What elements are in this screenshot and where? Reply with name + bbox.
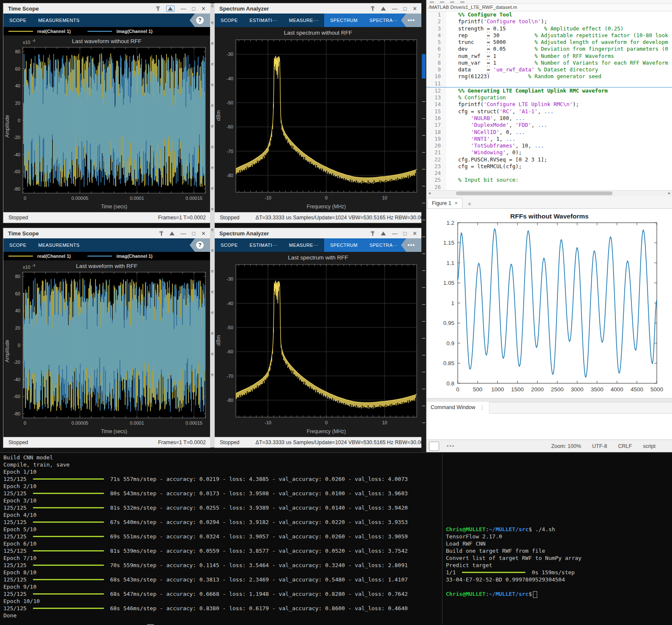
tab-measurements[interactable]: MEASUREMENTS (33, 238, 86, 252)
editor-line[interactable]: 25% Input bit source: (426, 177, 672, 183)
plot-title: Last spectrum with RFF (215, 254, 421, 261)
editor-hscrollbar[interactable]: ◄ ► (426, 190, 672, 197)
tab-spectrum[interactable]: SPECTRUM (324, 238, 363, 252)
prompt-box-icon[interactable] (429, 442, 439, 451)
spectrum-plot-1: Last spectrum without RFF dBm -30-40-50-… (215, 27, 421, 212)
eol-indicator[interactable]: CRLF (618, 443, 632, 449)
maximize-icon[interactable]: □ (403, 6, 407, 11)
close-icon[interactable]: ✕ (201, 231, 206, 236)
help-icon[interactable]: ? (196, 16, 204, 24)
svg-text:20: 20 (15, 325, 20, 330)
hscroll-thumb[interactable] (456, 191, 612, 195)
dock-icon[interactable] (166, 5, 175, 12)
maximize-icon[interactable]: □ (403, 231, 407, 236)
editor-line[interactable]: 22cfg.PUSCH.RVSeq = [0 2 3 1]; (426, 156, 672, 163)
dock-icon[interactable] (381, 7, 386, 11)
legend-swatch-imag (87, 256, 112, 257)
close-icon[interactable]: ✕ (412, 6, 417, 11)
editor-line[interactable]: 14fprintf('Configure LTE Uplink RMC\n'); (426, 101, 672, 108)
terminal-line: Chris@MULLET:~/MULLET/src$ ./4.sh (443, 526, 672, 533)
tab-measurements[interactable]: MEASUREMENTS (33, 14, 86, 27)
minimize-icon[interactable]: — (392, 6, 397, 11)
code-editor[interactable]: 1%% Configure Tool2fprintf('Configure to… (426, 11, 672, 190)
editor-line[interactable]: 3strength = 0.15 % Amplitude effect (0.2… (426, 25, 672, 32)
scroll-left-icon[interactable]: ◄ (426, 191, 432, 196)
side-rail-selection[interactable] (422, 54, 426, 79)
window-titlebar[interactable]: Spectrum Analyzer — □ ✕ (215, 3, 421, 14)
overflow-menu-icon[interactable]: ••• (407, 242, 415, 248)
editor-line[interactable]: 7num_rwf = 1 % Number of RFF Waveforms (426, 53, 672, 60)
tab-scope[interactable]: SCOPE (3, 14, 33, 27)
filetype-indicator[interactable]: script (643, 443, 656, 449)
status-state: Stopped (3, 215, 28, 221)
encoding-indicator[interactable]: UTF-8 (592, 443, 607, 449)
tab-figure-1[interactable]: Figure 1 × (427, 198, 462, 208)
editor-line[interactable]: 24 (426, 170, 672, 177)
svg-text:-20: -20 (14, 135, 20, 140)
scroll-right-icon[interactable]: ► (667, 191, 672, 196)
minimize-icon[interactable]: — (180, 6, 186, 11)
legend-label-imag: imag(Channel 1) (116, 254, 153, 259)
editor-line[interactable]: 1%% Configure Tool (426, 11, 672, 18)
scope-statusbar: Stopped ΔT=33.3333 us Samples/Update=102… (215, 212, 421, 223)
tab-scope[interactable]: SCOPE (3, 238, 33, 252)
editor-line[interactable]: 17 'DuplexMode', 'FDD', ... (426, 122, 672, 128)
window-titlebar[interactable]: Spectrum Analyzer — □ ✕ (215, 228, 421, 238)
pin-icon[interactable] (370, 231, 375, 236)
editor-line[interactable]: 15cfg = struct('RC', 'A1-1', ... (426, 108, 672, 115)
dock-icon[interactable] (169, 232, 175, 235)
tab-measurements[interactable]: MEASURE··· (283, 14, 324, 27)
close-icon[interactable]: ✕ (201, 6, 206, 11)
editor-line[interactable]: 13% Configuration (426, 94, 672, 101)
editor-line[interactable]: 8num_var = 1 % Number of Variants for ea… (426, 60, 672, 66)
editor-line[interactable]: 4rep = 30 % Adjustable repetitive factor… (426, 32, 672, 39)
new-tab-button[interactable]: + (462, 200, 477, 208)
editor-line[interactable]: 9data = 'ue_rwf_data' % Dataset director… (426, 66, 672, 73)
shell-terminal[interactable]: Chris@MULLET:~/MULLET/src$ ./4.shTensorF… (442, 454, 672, 625)
window-titlebar[interactable]: Time Scope — □ ✕ (3, 3, 210, 14)
line-number: 5 (426, 39, 446, 46)
pin-icon[interactable] (370, 6, 375, 11)
minimize-icon[interactable]: — (392, 231, 397, 236)
zoom-level[interactable]: Zoom: 100% (551, 443, 581, 449)
editor-line[interactable]: 10rng(61223) % Random generator seed (426, 73, 672, 80)
command-window-body[interactable] (426, 414, 672, 439)
tab-measurements[interactable]: MEASURE··· (283, 238, 324, 252)
minimize-icon[interactable]: — (180, 231, 186, 236)
editor-line[interactable]: 19 'RNTI', 1, ... (426, 136, 672, 142)
overflow-menu-icon[interactable]: ••• (407, 17, 415, 24)
dock-icon[interactable] (381, 232, 386, 235)
tab-spectral-mask[interactable]: SPECTRA··· (363, 238, 404, 252)
maximize-icon[interactable]: □ (192, 231, 195, 236)
terminal-line: Epoch 9/10 (0, 583, 440, 590)
editor-line[interactable]: 23cfg = lteRMCUL(cfg); (426, 163, 672, 170)
tab-scope[interactable]: SCOPE (215, 238, 244, 252)
command-window-tab[interactable]: Command Window ⋮ (426, 402, 489, 414)
close-icon[interactable]: ✕ (412, 231, 417, 236)
editor-line[interactable]: 26 (426, 184, 672, 190)
editor-line[interactable]: 12%% Generating LTE Compliant Uplink RMC… (426, 87, 672, 94)
training-terminal[interactable]: Build CNN modelCompile, train, saveEpoch… (0, 454, 440, 625)
tab-scope[interactable]: SCOPE (215, 14, 244, 27)
editor-line[interactable]: 5trunc = 5000 % Adjusted length of wavef… (426, 39, 672, 46)
tab-spectrum[interactable]: SPECTRUM (324, 14, 363, 27)
editor-line[interactable]: 21 'Windowing', 0); (426, 149, 672, 156)
pin-icon[interactable] (159, 231, 164, 236)
editor-line[interactable]: 2fprintf('Configure tool\n'); (426, 18, 672, 25)
pin-icon[interactable] (156, 6, 160, 11)
tab-estimation[interactable]: ESTIMATI··· (244, 238, 283, 252)
editor-line[interactable]: 6dev = 0.05 % Deviation from fingerprint… (426, 46, 672, 52)
kebab-menu-icon[interactable]: ⋮ (480, 404, 485, 411)
svg-text:Time (secs): Time (secs) (101, 204, 127, 210)
svg-text:0: 0 (24, 420, 26, 426)
editor-line[interactable]: 18 'NCellID', 0, ... (426, 129, 672, 136)
help-icon[interactable]: ? (196, 241, 204, 249)
window-titlebar[interactable]: Time Scope — □ ✕ (3, 228, 210, 238)
tab-spectral-mask[interactable]: SPECTRA··· (363, 14, 404, 27)
tab-close-icon[interactable]: × (455, 200, 458, 206)
editor-line[interactable]: 11 (426, 80, 672, 87)
editor-line[interactable]: 20 'TotSubframes', 10, ... (426, 142, 672, 149)
maximize-icon[interactable]: □ (192, 6, 195, 11)
tab-estimation[interactable]: ESTIMATI··· (244, 14, 283, 27)
editor-line[interactable]: 16 'NULRB', 100, ... (426, 115, 672, 122)
